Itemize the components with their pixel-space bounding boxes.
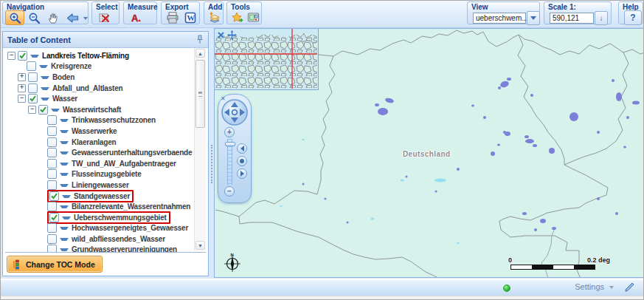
layer-menu-caret-icon[interactable] — [41, 98, 49, 103]
extent-dropdown-caret-icon[interactable] — [83, 17, 88, 22]
settings-menu[interactable]: Settings — [575, 282, 614, 291]
layer-menu-caret-icon[interactable] — [60, 151, 69, 157]
layer-menu-caret-icon[interactable] — [60, 184, 69, 189]
layer-menu-caret-icon[interactable] — [30, 55, 39, 60]
tools-viewer-button[interactable] — [246, 10, 262, 25]
layer-checkbox[interactable] — [28, 72, 38, 82]
layer-menu-caret-icon[interactable] — [60, 141, 69, 146]
toc-item-boden[interactable]: +Boden — [3, 72, 208, 83]
toc-item-trinkwasserschutzzonen[interactable]: Trinkwasserschutzzonen — [3, 115, 208, 126]
zoom-in-button[interactable] — [5, 10, 24, 25]
toc-item-klaeranlagen[interactable]: Klaeranlagen — [3, 137, 208, 148]
view-dropdown-value: ueberschwem... — [473, 13, 526, 24]
scrollbar-thumb[interactable] — [195, 60, 205, 128]
pan-button[interactable] — [44, 10, 63, 25]
layer-menu-caret-icon[interactable] — [62, 217, 71, 222]
layer-checkbox[interactable] — [49, 191, 59, 201]
pan-compass-pad[interactable] — [221, 98, 249, 126]
toc-item-hochwassergeneigtes-gewaesser[interactable]: Hochwassergeneigtes_Gewaesser — [3, 223, 208, 234]
toc-scrollbar[interactable]: ▲ ▼ — [194, 48, 206, 250]
scroll-up-icon[interactable]: ▲ — [195, 49, 205, 58]
toc-item-wasser[interactable]: −Wasser — [3, 93, 208, 104]
layer-checkbox[interactable] — [47, 159, 57, 168]
toc-item-ueberschwemmungsgebiet[interactable]: Ueberschwemmungsgebiet — [3, 212, 208, 223]
layer-checkbox[interactable] — [47, 180, 57, 190]
layer-menu-caret-icon[interactable] — [60, 205, 69, 211]
toc-item-gewaesserunterhaltungsverbaende[interactable]: Gewaesserunterhaltungsverbaende — [3, 147, 208, 158]
scale-input[interactable] — [550, 13, 594, 24]
overview-close-icon[interactable] — [217, 31, 225, 39]
layer-menu-caret-icon[interactable] — [51, 109, 60, 114]
toc-item-tw-und-aw-aufgabentraeger[interactable]: TW_und_AW_Aufgabentraeger — [3, 158, 208, 169]
toc-item-landkreis-teltow-fl-ming[interactable]: −Landkreis Teltow-Fläming — [3, 50, 208, 61]
zoom-slider[interactable] — [227, 139, 232, 185]
collapse-icon[interactable]: − — [18, 95, 26, 103]
layer-checkbox[interactable] — [47, 148, 57, 157]
toc-item-wasserwerke[interactable]: Wasserwerke — [3, 126, 208, 137]
layer-menu-caret-icon[interactable] — [60, 173, 69, 178]
layer-checkbox[interactable] — [47, 115, 57, 125]
layer-checkbox[interactable] — [49, 213, 59, 222]
layer-label: Trinkwasserschutzzonen — [72, 116, 156, 124]
layer-checkbox[interactable] — [18, 51, 27, 61]
print-button[interactable] — [164, 10, 181, 25]
overview-move-icon[interactable] — [227, 30, 237, 40]
previous-extent-button[interactable] — [63, 10, 82, 25]
layer-menu-caret-icon[interactable] — [60, 238, 69, 243]
zoom-slider-thumb[interactable] — [225, 142, 235, 146]
edit-pencil-icon[interactable] — [624, 282, 636, 293]
layer-menu-caret-icon[interactable] — [62, 195, 71, 200]
view-dropdown[interactable]: ueberschwem... — [473, 11, 540, 25]
help-button[interactable]: ? — [624, 10, 642, 25]
zoom-out-slider-button[interactable]: − — [224, 186, 235, 197]
layer-checkbox[interactable] — [47, 234, 57, 244]
layer-checkbox[interactable] — [28, 94, 38, 103]
zoom-out-button[interactable] — [24, 10, 44, 25]
layer-menu-caret-icon[interactable] — [39, 65, 48, 70]
toc-item-liniengewaesser[interactable]: Liniengewaesser — [3, 180, 208, 191]
expand-icon[interactable]: + — [18, 73, 26, 81]
toc-item-flusseinzugsgebiete[interactable]: Flusseinzugsgebiete — [3, 169, 208, 180]
view-dropdown-button[interactable] — [527, 11, 540, 25]
map-canvas[interactable]: Deutschland — [214, 28, 644, 278]
toc-item-wasserwirtschaft[interactable]: −Wasserwirtschaft — [3, 104, 208, 115]
layer-menu-caret-icon[interactable] — [60, 130, 69, 135]
layer-menu-caret-icon[interactable] — [60, 227, 69, 232]
previous-view-button[interactable] — [237, 143, 247, 154]
zoom-in-slider-button[interactable]: + — [224, 127, 235, 137]
change-toc-mode-button[interactable]: Change TOC Mode — [7, 256, 103, 273]
expand-icon[interactable]: + — [18, 84, 26, 92]
add-layer-button[interactable] — [207, 10, 223, 25]
layer-checkbox[interactable] — [27, 61, 36, 71]
scroll-down-icon[interactable]: ▼ — [195, 241, 205, 250]
toc-item-bilanzrelevante-wasserentnahmen[interactable]: Bilanzrelevante_Wasserentnahmen — [3, 201, 208, 212]
tools-extra-button[interactable] — [229, 10, 246, 25]
layer-checkbox[interactable] — [47, 126, 57, 136]
layer-menu-caret-icon[interactable] — [60, 119, 69, 124]
pin-icon[interactable] — [196, 35, 204, 44]
layer-menu-caret-icon[interactable] — [60, 163, 69, 168]
toc-item-kreisgrenze[interactable]: Kreisgrenze — [3, 61, 208, 72]
layer-label: Boden — [52, 73, 75, 81]
measure-button[interactable]: A — [126, 10, 145, 25]
next-view-button[interactable] — [237, 168, 247, 179]
scale-apply-button[interactable]: ↓ — [595, 11, 608, 25]
toc-item-wild-abfliessendes-wasser[interactable]: wild_abfliessendes_Wasser — [3, 233, 208, 245]
layer-checkbox[interactable] — [47, 223, 57, 233]
select-features-button[interactable] — [94, 10, 114, 25]
settings-caret-icon — [609, 286, 614, 291]
layer-menu-caret-icon[interactable] — [41, 87, 49, 92]
layer-checkbox[interactable] — [28, 83, 38, 93]
toc-item-standgewaesser[interactable]: Standgewaesser — [3, 191, 208, 202]
layer-checkbox[interactable] — [47, 137, 57, 147]
overview-map[interactable] — [215, 29, 319, 90]
full-extent-button[interactable] — [237, 156, 247, 166]
toc-item-abfall-und-altlasten[interactable]: +Abfall_und_Altlasten — [3, 83, 208, 94]
layer-menu-caret-icon[interactable] — [41, 76, 49, 81]
layer-checkbox[interactable] — [38, 105, 48, 115]
layer-checkbox[interactable] — [47, 202, 57, 211]
export-word-button[interactable]: W — [181, 10, 199, 25]
collapse-icon[interactable]: − — [7, 52, 15, 60]
layer-checkbox[interactable] — [47, 169, 57, 179]
collapse-icon[interactable]: − — [28, 106, 36, 114]
